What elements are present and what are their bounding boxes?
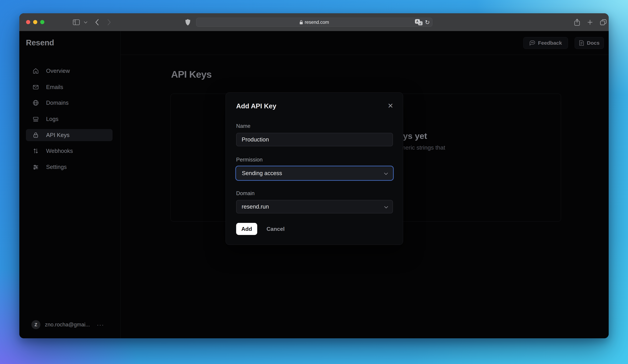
shield-icon[interactable] [182, 13, 193, 31]
avatar: Z [31, 320, 40, 329]
ellipsis-icon[interactable]: ··· [97, 321, 104, 328]
chevron-down-icon [384, 170, 388, 177]
sidebar-item-overview[interactable]: Overview [26, 65, 113, 77]
permission-label: Permission [236, 157, 263, 163]
chevron-down-icon [384, 203, 389, 210]
sidebar-item-label: Emails [46, 84, 63, 90]
share-icon[interactable] [572, 13, 582, 31]
app-content: Resend Overview Emails Domains [19, 31, 609, 338]
account-menu[interactable]: Z zno.rocha@gmai... ··· [31, 320, 104, 329]
docs-button[interactable]: Docs [575, 37, 604, 49]
feedback-label: Feedback [538, 40, 562, 46]
window-minimize-button[interactable] [33, 20, 37, 24]
window-close-button[interactable] [26, 20, 30, 24]
sidebar-item-api-keys[interactable]: API Keys [26, 129, 113, 141]
account-email: zno.rocha@gmai... [45, 322, 90, 328]
permission-select-value: Sending access [242, 170, 282, 177]
tab-overview-icon[interactable] [597, 13, 609, 31]
sidebar-item-label: Overview [46, 68, 70, 74]
domain-label: Domain [236, 190, 255, 196]
new-tab-icon[interactable] [584, 13, 596, 31]
name-label: Name [236, 123, 250, 129]
mail-icon [33, 84, 39, 90]
logs-icon [33, 116, 39, 122]
add-button[interactable]: Add [236, 223, 257, 235]
add-api-key-modal: Add API Key ✕ Name Production Permission… [226, 92, 403, 245]
globe-icon [33, 100, 39, 106]
sidebar-item-emails[interactable]: Emails [26, 81, 113, 93]
modal-title: Add API Key [236, 102, 276, 110]
domain-select[interactable]: resend.run [236, 200, 393, 213]
sidebar-item-label: Logs [46, 116, 59, 122]
back-icon[interactable] [91, 13, 102, 31]
resend-logo: Resend [26, 38, 54, 47]
browser-window: resend.com x A ↻ [19, 13, 609, 338]
domain-select-value: resend.run [242, 203, 269, 210]
feedback-bubble-icon [529, 40, 535, 46]
permission-select[interactable]: Sending access [236, 167, 393, 180]
sidebar-item-settings[interactable]: Settings [26, 161, 113, 173]
url-text: resend.com [305, 20, 329, 25]
window-zoom-button[interactable] [40, 20, 44, 24]
sidebar-item-label: Webhooks [46, 148, 73, 154]
sidebar-item-domains[interactable]: Domains [26, 97, 113, 109]
page-title: API Keys [171, 69, 212, 80]
docs-label: Docs [587, 40, 600, 46]
sidebar-item-webhooks[interactable]: Webhooks [26, 145, 113, 157]
browser-toolbar: resend.com x A ↻ [19, 13, 609, 31]
sidebar-item-label: API Keys [46, 132, 70, 138]
document-icon [579, 40, 584, 46]
sidebar-item-label: Domains [46, 100, 69, 106]
feedback-button[interactable]: Feedback [523, 37, 568, 49]
address-bar[interactable]: resend.com x A ↻ [196, 18, 432, 27]
translate-icon[interactable]: x A [415, 19, 423, 25]
forward-icon[interactable] [104, 13, 115, 31]
name-input-value: Production [242, 136, 269, 143]
sliders-icon [33, 164, 39, 170]
lock-icon [33, 132, 39, 138]
webhooks-icon [33, 148, 39, 154]
lock-icon [300, 20, 303, 24]
reload-icon[interactable]: ↻ [425, 19, 430, 25]
name-input[interactable]: Production [236, 133, 393, 146]
close-icon[interactable]: ✕ [386, 101, 395, 111]
chevron-down-icon[interactable] [82, 13, 89, 31]
sidebar-item-label: Settings [46, 164, 67, 170]
sidebar-item-logs[interactable]: Logs [26, 113, 113, 125]
home-icon [33, 68, 39, 74]
cancel-button[interactable]: Cancel [265, 223, 286, 235]
sidebar-toggle-icon[interactable] [71, 13, 81, 31]
